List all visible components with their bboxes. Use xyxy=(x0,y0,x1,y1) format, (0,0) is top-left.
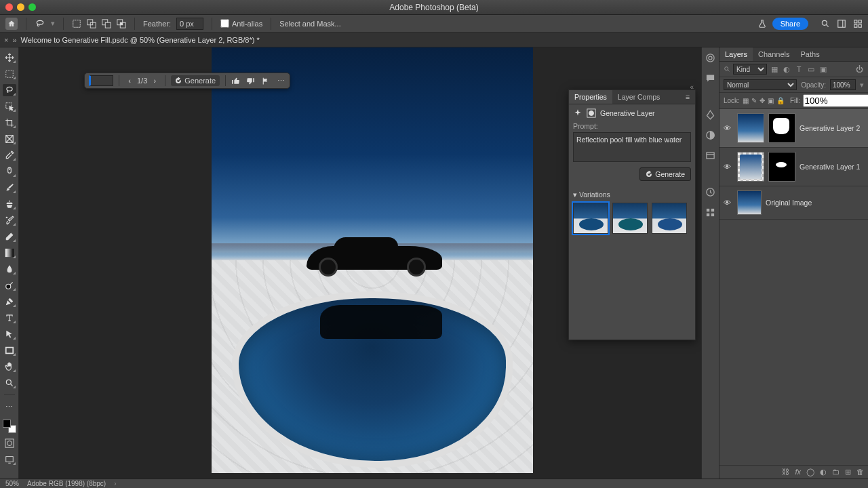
screen-mode-icon[interactable] xyxy=(3,453,16,466)
variation-thumb-3[interactable] xyxy=(652,203,687,234)
anti-alias-checkbox[interactable]: Anti-alias xyxy=(220,19,262,28)
pen-tool-icon[interactable] xyxy=(3,296,16,308)
maximize-window-icon[interactable] xyxy=(28,3,36,11)
selection-intersect-icon[interactable] xyxy=(117,19,126,28)
more-icon[interactable]: ⋯ xyxy=(276,77,285,85)
filter-type-icon[interactable]: T xyxy=(794,64,804,74)
lock-artboard-icon[interactable]: ▣ xyxy=(768,96,774,106)
canvas-area[interactable]: ‹ 1/3 › Generate ⋯ « Properties Layer Co… xyxy=(19,47,701,479)
opacity-chevron-icon[interactable]: ▾ xyxy=(860,81,864,89)
variation-thumb-1[interactable] xyxy=(573,203,608,234)
prompt-input[interactable] xyxy=(89,75,113,86)
clone-stamp-tool-icon[interactable] xyxy=(3,198,16,210)
layer-mask-thumbnail[interactable] xyxy=(768,152,795,182)
share-button[interactable]: Share xyxy=(772,18,808,30)
color-panel-icon[interactable] xyxy=(705,53,716,64)
filter-kind-select[interactable]: Kind xyxy=(733,64,767,75)
layer-row[interactable]: 👁 Generative Layer 2 xyxy=(719,109,868,148)
panel-menu-icon[interactable] xyxy=(853,19,863,28)
flag-icon[interactable] xyxy=(261,77,271,85)
libraries-panel-icon[interactable] xyxy=(705,150,716,161)
rectangle-tool-icon[interactable] xyxy=(3,344,16,357)
healing-brush-tool-icon[interactable] xyxy=(3,165,16,178)
layer-thumbnail[interactable] xyxy=(737,190,762,215)
home-button[interactable] xyxy=(5,18,18,30)
close-window-icon[interactable] xyxy=(5,3,13,11)
collapse-icon[interactable]: » xyxy=(12,36,16,44)
move-tool-icon[interactable] xyxy=(3,52,16,64)
brush-tool-icon[interactable] xyxy=(3,182,16,194)
layer-mask-icon[interactable]: ◯ xyxy=(806,468,814,476)
type-tool-icon[interactable] xyxy=(3,312,16,324)
minimize-window-icon[interactable] xyxy=(17,3,24,11)
tab-paths[interactable]: Paths xyxy=(795,47,825,61)
variations-section[interactable]: ▾ Variations xyxy=(573,181,691,199)
adjustments-panel-icon[interactable] xyxy=(705,130,716,141)
layer-fx-icon[interactable]: fx xyxy=(795,468,801,476)
fill-input[interactable] xyxy=(803,94,868,107)
color-profile[interactable]: Adobe RGB (1998) (8bpc) xyxy=(27,480,106,487)
tab-layers[interactable]: Layers xyxy=(719,47,753,61)
lock-all-icon[interactable]: 🔒 xyxy=(776,96,785,106)
feather-input[interactable] xyxy=(176,18,203,30)
gradient-tool-icon[interactable] xyxy=(3,247,16,259)
visibility-icon[interactable]: 👁 xyxy=(724,124,733,132)
tab-channels[interactable]: Channels xyxy=(753,47,795,61)
selection-subtract-icon[interactable] xyxy=(102,19,111,28)
lasso-tool-icon[interactable] xyxy=(3,84,16,96)
prev-variation-icon[interactable]: ‹ xyxy=(125,77,134,85)
edit-toolbar-icon[interactable]: ⋯ xyxy=(3,401,16,413)
quick-mask-icon[interactable] xyxy=(3,437,16,449)
marquee-tool-icon[interactable] xyxy=(3,68,16,80)
thumbs-down-icon[interactable] xyxy=(246,77,256,85)
tab-properties[interactable]: Properties xyxy=(569,90,612,104)
object-select-tool-icon[interactable] xyxy=(3,100,16,113)
crop-tool-icon[interactable] xyxy=(3,117,16,129)
visibility-icon[interactable]: 👁 xyxy=(724,163,733,171)
filter-pixel-icon[interactable]: ▦ xyxy=(770,64,779,74)
blur-tool-icon[interactable] xyxy=(3,263,16,275)
selection-add-icon[interactable] xyxy=(87,19,96,28)
hand-tool-icon[interactable] xyxy=(3,361,16,373)
comment-panel-icon[interactable] xyxy=(705,73,716,84)
select-and-mask-button[interactable]: Select and Mask... xyxy=(279,20,341,28)
frame-tool-icon[interactable] xyxy=(3,133,16,145)
thumbs-up-icon[interactable] xyxy=(231,77,241,85)
panel-menu-icon[interactable]: ≡ xyxy=(680,90,695,104)
new-layer-icon[interactable]: ⊞ xyxy=(845,468,851,476)
lock-transparency-icon[interactable]: ▦ xyxy=(743,96,749,106)
layer-thumbnail[interactable] xyxy=(737,113,764,143)
filter-toggle-icon[interactable]: ⏻ xyxy=(854,64,864,74)
swatches-panel-icon[interactable] xyxy=(705,207,716,218)
properties-generate-button[interactable]: Generate xyxy=(639,167,691,181)
group-icon[interactable]: 🗀 xyxy=(832,468,840,476)
opacity-input[interactable] xyxy=(830,79,856,90)
path-select-tool-icon[interactable] xyxy=(3,328,16,340)
panel-collapse-icon[interactable]: « xyxy=(690,83,694,91)
layer-row[interactable]: 👁 Generative Layer 1 xyxy=(719,148,868,186)
document-tab[interactable]: × » Welcome to Generative Fill.psdc @ 50… xyxy=(0,33,868,47)
layer-thumbnail[interactable] xyxy=(737,152,764,182)
filter-smart-icon[interactable]: ▣ xyxy=(818,64,828,74)
dodge-tool-icon[interactable] xyxy=(3,279,16,291)
history-brush-tool-icon[interactable] xyxy=(3,214,16,226)
filter-adjust-icon[interactable]: ◐ xyxy=(782,64,791,74)
tab-layer-comps[interactable]: Layer Comps xyxy=(612,90,665,104)
zoom-level[interactable]: 50% xyxy=(5,480,19,487)
link-layers-icon[interactable]: ⛓ xyxy=(782,468,789,476)
filter-search-icon[interactable] xyxy=(724,66,730,73)
variation-thumb-2[interactable] xyxy=(612,203,648,234)
eraser-tool-icon[interactable] xyxy=(3,230,16,243)
next-variation-icon[interactable]: › xyxy=(150,77,159,85)
delete-layer-icon[interactable]: 🗑 xyxy=(856,468,864,476)
beaker-icon[interactable] xyxy=(757,19,767,28)
prompt-textarea[interactable] xyxy=(573,132,691,162)
lock-pixels-icon[interactable]: ✎ xyxy=(751,96,757,106)
lasso-tool-icon[interactable] xyxy=(35,19,45,28)
layer-mask-thumbnail[interactable] xyxy=(768,113,795,143)
selection-new-icon[interactable] xyxy=(72,19,81,28)
close-tab-icon[interactable]: × xyxy=(4,36,8,44)
zoom-tool-icon[interactable] xyxy=(3,377,16,389)
filter-shape-icon[interactable]: ▭ xyxy=(806,64,816,74)
visibility-icon[interactable]: 👁 xyxy=(724,199,733,207)
